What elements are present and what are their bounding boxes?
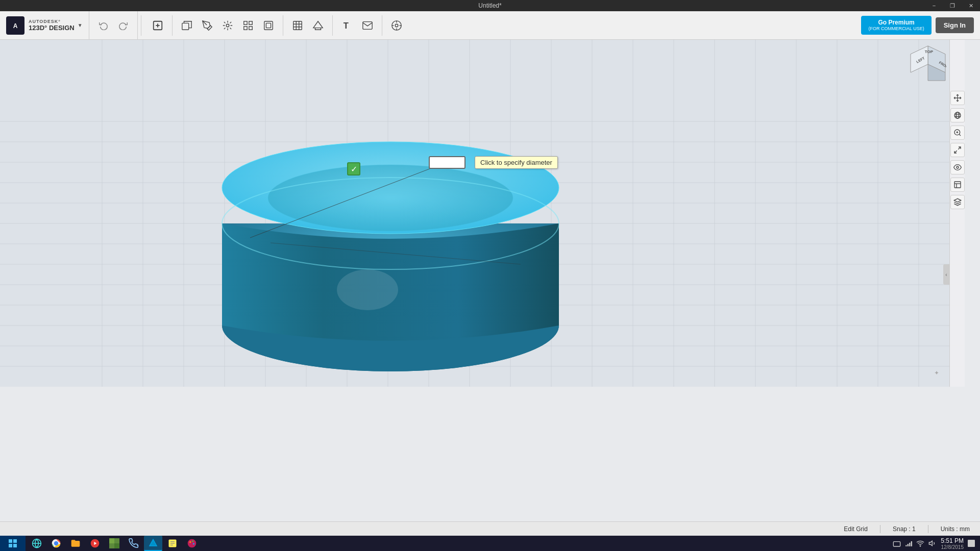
group-button[interactable]	[259, 16, 278, 35]
pattern-button[interactable]	[239, 16, 257, 35]
checkmark-button[interactable]: ✓	[347, 162, 360, 176]
main-tools: T	[144, 11, 855, 40]
taskbar-icon-paint[interactable]	[183, 536, 201, 551]
diameter-input[interactable]: 30 mm	[429, 156, 465, 169]
svg-rect-122	[909, 543, 910, 546]
close-button[interactable]: ✕	[962, 0, 980, 11]
edit-grid-button[interactable]: Edit Grid	[840, 524, 872, 534]
premium-area: Go Premium (FOR COMMERCIAL USE) Sign In	[855, 16, 980, 35]
signal-icon	[905, 540, 912, 547]
view-options-tool[interactable]	[950, 160, 965, 174]
go-premium-button[interactable]: Go Premium (FOR COMMERCIAL USE)	[861, 16, 931, 35]
taskbar-icon-app1[interactable]	[125, 536, 143, 551]
undo-button[interactable]	[95, 17, 112, 34]
taskbar-pinned-icons	[26, 536, 203, 551]
orbit-tool[interactable]	[950, 108, 965, 122]
view-front-button[interactable]	[288, 16, 307, 35]
toolbar: A AUTODESK° 123D° DESIGN ▼	[0, 11, 980, 40]
svg-rect-10	[243, 26, 247, 29]
svg-rect-9	[249, 21, 252, 24]
snap-setting[interactable]: Snap : 1	[889, 524, 920, 534]
svg-rect-94	[9, 544, 12, 547]
svg-point-99	[54, 541, 58, 545]
svg-rect-104	[114, 543, 119, 548]
view-top-button[interactable]	[309, 16, 327, 35]
svg-rect-92	[9, 539, 12, 543]
svg-point-66	[268, 165, 513, 231]
svg-rect-12	[264, 21, 273, 30]
svg-rect-95	[13, 544, 17, 547]
new-tool-button[interactable]	[149, 16, 167, 35]
svg-line-85	[958, 147, 961, 149]
volume-icon	[928, 539, 937, 547]
text-button[interactable]: T	[338, 16, 356, 35]
pan-tool[interactable]	[950, 91, 965, 105]
notification-icon[interactable]	[968, 540, 975, 547]
redo-button[interactable]	[115, 17, 131, 34]
logo-dropdown[interactable]: ▼	[78, 22, 83, 28]
fit-view-tool[interactable]	[950, 143, 965, 157]
svg-text:T: T	[343, 21, 348, 30]
svg-point-87	[957, 166, 959, 168]
zoom-tool[interactable]	[950, 126, 965, 140]
svg-point-112	[189, 541, 191, 543]
modify-button[interactable]	[218, 16, 237, 35]
svg-point-114	[193, 543, 194, 544]
snap-button[interactable]	[387, 16, 406, 35]
sign-in-button[interactable]: Sign In	[936, 17, 974, 33]
units-setting[interactable]: Units : mm	[937, 524, 974, 534]
render-tool[interactable]	[950, 178, 965, 192]
svg-text:A: A	[13, 22, 18, 30]
community-button[interactable]	[358, 16, 377, 35]
taskbar-icon-chrome[interactable]	[47, 536, 65, 551]
sketch-button[interactable]	[198, 16, 216, 35]
svg-rect-103	[109, 538, 114, 543]
taskbar-icon-minecraft[interactable]	[105, 536, 124, 551]
svg-rect-120	[905, 545, 906, 546]
sep4	[332, 15, 333, 36]
viewport[interactable]: 30 mm Click to specify diameter ✓ TOP LE…	[0, 40, 965, 387]
tool-group-view	[288, 16, 327, 35]
status-divider-2	[928, 525, 928, 533]
statusbar: Edit Grid Snap : 1 Units : mm	[0, 521, 980, 536]
tool-group-new	[149, 16, 167, 35]
svg-point-7	[226, 24, 229, 27]
keyboard-icon	[893, 539, 901, 547]
svg-point-79	[954, 112, 961, 118]
svg-rect-126	[968, 540, 975, 547]
export-tool[interactable]	[950, 195, 965, 209]
svg-point-113	[192, 540, 193, 542]
start-button[interactable]	[0, 536, 26, 551]
svg-point-111	[188, 539, 197, 548]
taskbar-icon-folder[interactable]	[66, 536, 85, 551]
minimize-button[interactable]: −	[925, 0, 943, 11]
sep5	[382, 15, 382, 36]
logo-text: AUTODESK° 123D° DESIGN	[29, 19, 75, 32]
svg-line-82	[959, 134, 961, 136]
diameter-tooltip[interactable]: Click to specify diameter	[475, 156, 558, 169]
logo-area: A AUTODESK° 123D° DESIGN ▼	[0, 11, 89, 40]
view-cube[interactable]: TOP LEFT FRONT	[910, 45, 946, 82]
taskbar: 5:51 PM 12/8/2015	[0, 536, 980, 551]
svg-rect-93	[13, 539, 17, 543]
taskbar-icon-globe[interactable]	[28, 536, 46, 551]
primitives-button[interactable]	[178, 16, 196, 35]
taskbar-right: 5:51 PM 12/8/2015	[888, 537, 980, 550]
grid-background	[0, 40, 965, 387]
tool-group-shapes	[178, 16, 278, 35]
svg-rect-11	[249, 26, 252, 29]
taskbar-icon-notes[interactable]	[163, 536, 182, 551]
clock-date: 12/8/2015	[941, 544, 964, 550]
svg-point-80	[956, 112, 959, 118]
collapse-panel-tab[interactable]: ‹	[943, 264, 949, 285]
svg-rect-121	[908, 544, 909, 546]
svg-rect-14	[293, 21, 302, 30]
svg-text:TOP: TOP	[925, 49, 934, 54]
status-divider-1	[880, 525, 880, 533]
svg-rect-123	[911, 541, 912, 546]
system-clock[interactable]: 5:51 PM 12/8/2015	[941, 537, 964, 550]
taskbar-icon-123d[interactable]	[144, 536, 162, 551]
taskbar-icon-media[interactable]	[86, 536, 104, 551]
restore-button[interactable]: ❐	[943, 0, 962, 11]
svg-marker-125	[929, 541, 933, 545]
